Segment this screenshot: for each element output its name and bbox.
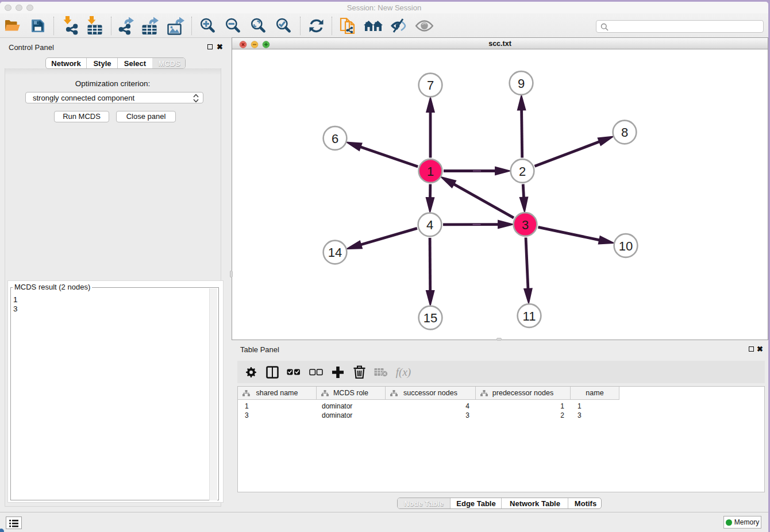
svg-text:8: 8 bbox=[621, 125, 628, 140]
svg-text:3: 3 bbox=[522, 218, 529, 232]
svg-text:2: 2 bbox=[519, 164, 526, 179]
svg-text:6: 6 bbox=[332, 132, 338, 146]
svg-text:11: 11 bbox=[523, 309, 536, 323]
svg-text:15: 15 bbox=[424, 311, 437, 325]
svg-text:10: 10 bbox=[619, 239, 633, 253]
svg-text:7: 7 bbox=[427, 78, 434, 92]
svg-text:4: 4 bbox=[426, 218, 433, 232]
svg-text:1: 1 bbox=[427, 164, 434, 179]
svg-text:9: 9 bbox=[518, 76, 525, 91]
svg-text:14: 14 bbox=[328, 245, 342, 260]
